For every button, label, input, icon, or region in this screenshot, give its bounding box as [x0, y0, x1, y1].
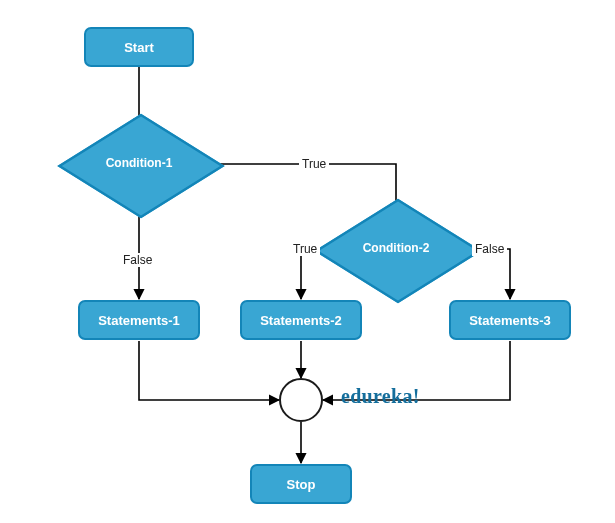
edge-label-cond1-true: True	[299, 157, 329, 171]
edge-label-cond1-false: False	[120, 253, 155, 267]
statements-3-label: Statements-3	[469, 313, 551, 328]
edge-label-cond2-false: False	[472, 242, 507, 256]
condition-1-label: Condition-1	[83, 156, 195, 170]
statements-1-node: Statements-1	[78, 300, 200, 340]
statements-2-node: Statements-2	[240, 300, 362, 340]
start-label: Start	[124, 40, 154, 55]
edge-label-cond2-true: True	[290, 242, 320, 256]
stop-label: Stop	[287, 477, 316, 492]
flowchart-edges	[0, 0, 615, 523]
statements-2-label: Statements-2	[260, 313, 342, 328]
stop-node: Stop	[250, 464, 352, 504]
merge-connector	[279, 378, 323, 422]
start-node: Start	[84, 27, 194, 67]
statements-3-node: Statements-3	[449, 300, 571, 340]
statements-1-label: Statements-1	[98, 313, 180, 328]
brand-label: edureka!	[341, 385, 420, 408]
condition-2-label: Condition-2	[340, 241, 452, 255]
